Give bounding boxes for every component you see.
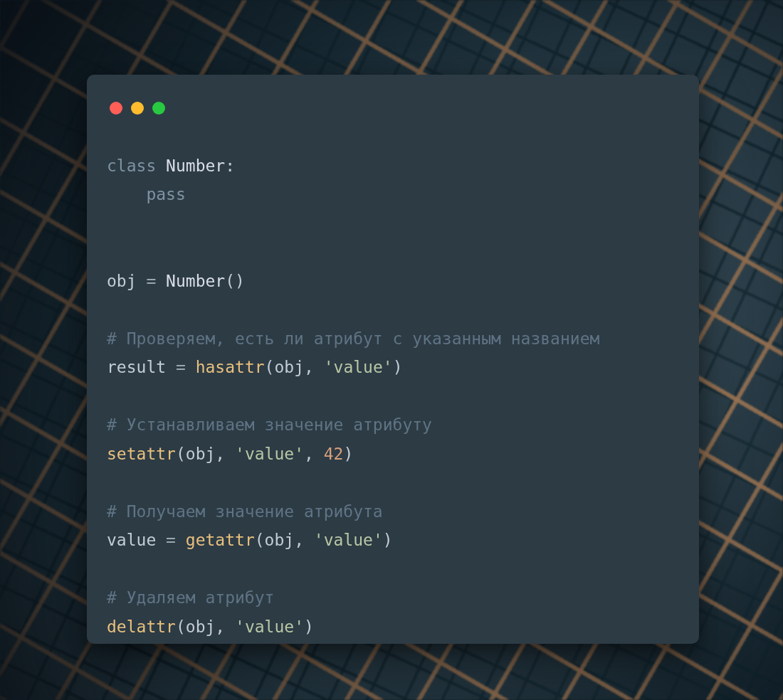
operator-eq: =: [176, 358, 196, 376]
code-window: class Number: pass obj = Number() # Пров…: [87, 75, 699, 644]
builtin-hasattr: hasattr: [196, 358, 265, 376]
comma: ,: [215, 445, 235, 463]
comma: ,: [304, 445, 324, 463]
builtin-setattr: setattr: [107, 445, 176, 463]
identifier-value: value: [107, 531, 166, 549]
number-literal: 42: [324, 445, 344, 463]
window-minimize-icon[interactable]: [131, 102, 144, 115]
string-literal: 'value': [324, 358, 393, 376]
operator-eq: =: [166, 531, 186, 549]
arg-obj: obj: [186, 617, 216, 636]
operator-eq: =: [146, 272, 166, 290]
paren-open: (: [265, 358, 275, 376]
paren-close: ): [343, 445, 353, 463]
constructor-call: Number: [166, 272, 225, 290]
comma: ,: [304, 358, 324, 376]
comment-line: # Проверяем, есть ли атрибут с указанным…: [107, 329, 599, 348]
paren-open: (: [176, 617, 186, 636]
paren-open: (: [176, 445, 186, 463]
string-literal: 'value': [235, 445, 304, 463]
identifier-obj: obj: [107, 272, 146, 290]
string-literal: 'value': [235, 617, 304, 636]
builtin-delattr: delattr: [107, 617, 176, 636]
paren-close: ): [383, 531, 393, 549]
arg-obj: obj: [265, 531, 295, 549]
paren-open: (: [255, 531, 265, 549]
keyword-pass: pass: [146, 185, 185, 203]
comment-line: # Удаляем атрибут: [107, 588, 274, 607]
parens: (): [225, 272, 245, 290]
class-name: Number: [166, 157, 225, 175]
arg-obj: obj: [186, 445, 216, 463]
window-traffic-lights: [110, 102, 679, 115]
builtin-getattr: getattr: [186, 531, 255, 549]
code-block: class Number: pass obj = Number() # Пров…: [107, 152, 679, 641]
comment-line: # Получаем значение атрибута: [107, 502, 383, 521]
comma: ,: [215, 617, 235, 636]
indent: [107, 185, 146, 203]
identifier-result: result: [107, 358, 176, 376]
comma: ,: [294, 531, 314, 549]
colon: :: [225, 157, 235, 175]
arg-obj: obj: [274, 358, 304, 376]
comment-line: # Устанавливаем значение атрибуту: [107, 415, 432, 434]
paren-close: ): [304, 617, 314, 636]
window-zoom-icon[interactable]: [152, 102, 165, 115]
window-close-icon[interactable]: [110, 102, 122, 115]
paren-close: ): [393, 358, 403, 376]
string-literal: 'value': [314, 531, 383, 549]
keyword-class: class: [107, 157, 166, 175]
